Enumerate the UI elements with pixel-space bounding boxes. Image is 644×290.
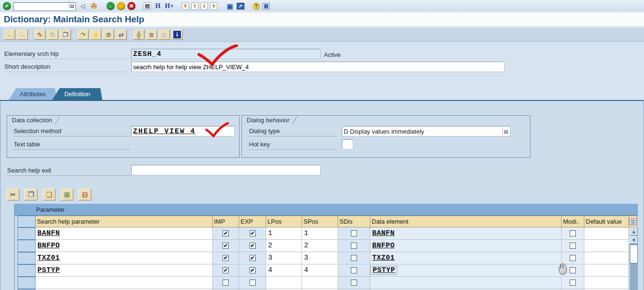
exp-checkbox[interactable]: ✔ bbox=[250, 243, 256, 249]
col-data-element[interactable]: Data element bbox=[370, 216, 562, 227]
selection-method-field[interactable]: ZHELP_VIEW_4 bbox=[131, 126, 235, 136]
spos-cell[interactable]: 2 bbox=[302, 240, 338, 252]
table-scrollbar[interactable]: ▲ ▼ bbox=[630, 227, 638, 290]
col-lpos[interactable]: LPos bbox=[266, 216, 302, 227]
display-change-button[interactable]: ✎ bbox=[34, 29, 45, 40]
command-history-icon[interactable]: ▤ bbox=[69, 3, 75, 9]
param-link[interactable]: TXZ01 bbox=[36, 254, 60, 262]
param-cell[interactable]: PSTYP bbox=[36, 264, 213, 277]
col-default-value[interactable]: Default value bbox=[584, 216, 629, 227]
short-description-input[interactable] bbox=[133, 62, 503, 72]
nav-back-button[interactable]: ← bbox=[4, 29, 15, 40]
test-button[interactable]: ⚙ bbox=[103, 29, 114, 40]
imp-checkbox[interactable]: ✔ bbox=[223, 267, 229, 273]
hierarchy-button[interactable]: ╬ bbox=[133, 29, 144, 40]
row-selector[interactable] bbox=[18, 277, 36, 289]
imp-checkbox[interactable]: ✔ bbox=[223, 243, 229, 249]
page-up-icon[interactable]: ⇑ bbox=[191, 2, 198, 10]
exp-checkbox[interactable] bbox=[250, 280, 256, 286]
short-description-field[interactable] bbox=[131, 62, 505, 72]
spos-cell[interactable]: 1 bbox=[302, 227, 338, 240]
default-value-cell[interactable] bbox=[584, 264, 629, 277]
param-link[interactable]: BANFN bbox=[36, 229, 60, 237]
hide-toolbar-icon[interactable]: ◁ bbox=[78, 1, 87, 11]
activate-button[interactable]: ⚡ bbox=[90, 29, 101, 40]
select-all-cell[interactable] bbox=[18, 216, 36, 227]
data-element-cell[interactable]: TXZ01 bbox=[370, 252, 562, 264]
find-icon[interactable]: H bbox=[153, 1, 162, 11]
exp-checkbox[interactable]: ✔ bbox=[250, 267, 256, 273]
exp-checkbox[interactable]: ✔ bbox=[250, 255, 256, 261]
modi-checkbox[interactable] bbox=[570, 267, 576, 273]
insert-row-button[interactable]: ⊞ bbox=[61, 189, 73, 200]
data-element-cell[interactable]: PSTYP bbox=[370, 264, 562, 277]
param-cell[interactable]: BNFPO bbox=[36, 240, 213, 252]
col-search-help-parameter[interactable]: Search help parameter bbox=[36, 216, 213, 227]
lpos-cell[interactable]: 4 bbox=[266, 264, 302, 277]
search-help-exit-input[interactable] bbox=[133, 165, 319, 175]
undo-button[interactable]: ↷ bbox=[77, 29, 89, 40]
page-down-icon[interactable]: ⇓ bbox=[201, 2, 208, 10]
spos-cell[interactable] bbox=[302, 277, 338, 289]
last-page-icon[interactable]: ⇟ bbox=[210, 2, 217, 10]
col-sdis[interactable]: SDis bbox=[338, 216, 370, 227]
save-icon[interactable]: ✇ bbox=[89, 1, 98, 11]
spos-cell[interactable]: 3 bbox=[302, 252, 338, 264]
help-icon[interactable]: ? bbox=[252, 2, 260, 10]
where-used-button[interactable]: ⇄ bbox=[116, 29, 127, 40]
col-imp[interactable]: IMP bbox=[213, 216, 239, 227]
data-element-cell[interactable] bbox=[370, 277, 562, 289]
delete-row-button[interactable]: ⊟ bbox=[79, 189, 91, 200]
data-element-cell[interactable]: BNFPO bbox=[370, 240, 562, 252]
lpos-cell[interactable] bbox=[266, 277, 302, 289]
sdis-checkbox[interactable] bbox=[351, 280, 357, 286]
create-shortcut-icon[interactable]: ↗ bbox=[237, 3, 244, 9]
modi-checkbox[interactable] bbox=[570, 280, 576, 286]
cancel-icon[interactable]: ✖ bbox=[127, 2, 135, 10]
first-page-icon[interactable]: ⇞ bbox=[182, 2, 189, 10]
table-view-button[interactable]: ▦ bbox=[159, 29, 170, 40]
print-icon[interactable]: ▤ bbox=[143, 2, 151, 9]
table-settings-icon[interactable]: ▥ bbox=[629, 218, 636, 225]
cut-button[interactable]: ✂ bbox=[7, 189, 19, 200]
col-exp[interactable]: EXP bbox=[239, 216, 266, 227]
lpos-cell[interactable]: 2 bbox=[266, 240, 302, 252]
paste-rows-button[interactable]: ❏ bbox=[43, 189, 55, 200]
row-selector[interactable] bbox=[18, 264, 36, 277]
scroll-up-button[interactable]: ▲ bbox=[630, 227, 638, 236]
default-value-cell[interactable] bbox=[584, 227, 629, 240]
default-value-cell[interactable] bbox=[584, 240, 629, 252]
dialog-type-dropdown[interactable]: D Display values immediately ▤ bbox=[342, 126, 510, 136]
param-cell[interactable]: BANFN bbox=[36, 227, 213, 240]
row-selector[interactable] bbox=[18, 240, 36, 252]
default-value-cell[interactable] bbox=[584, 252, 629, 264]
col-spos[interactable]: SPos bbox=[302, 216, 338, 227]
search-help-exit-field[interactable] bbox=[131, 165, 321, 175]
modi-checkbox[interactable] bbox=[570, 243, 576, 249]
sdis-checkbox[interactable] bbox=[351, 255, 357, 261]
row-selector[interactable] bbox=[18, 252, 36, 264]
exit-icon[interactable]: ↑ bbox=[117, 2, 125, 10]
tab-attributes[interactable]: Attributes bbox=[9, 88, 57, 100]
lpos-cell[interactable]: 1 bbox=[266, 227, 302, 240]
lpos-cell[interactable]: 3 bbox=[266, 252, 302, 264]
row-selector[interactable] bbox=[18, 227, 36, 240]
default-value-cell[interactable] bbox=[584, 277, 629, 289]
data-element-link-focused[interactable]: PSTYP bbox=[370, 266, 397, 275]
param-cell[interactable] bbox=[36, 277, 213, 289]
find-next-icon[interactable]: H+ bbox=[165, 1, 174, 11]
command-field[interactable]: ▤ bbox=[13, 2, 76, 10]
new-session-icon[interactable]: ▣ bbox=[225, 1, 234, 11]
data-element-link[interactable]: TXZ01 bbox=[370, 254, 395, 262]
table-settings-cell[interactable]: ▥ bbox=[629, 216, 637, 227]
info-button[interactable]: i bbox=[171, 29, 183, 40]
modi-checkbox[interactable] bbox=[570, 255, 576, 261]
back-icon[interactable]: ← bbox=[107, 2, 115, 10]
nav-forward-button[interactable]: → bbox=[17, 29, 28, 40]
hot-key-field[interactable] bbox=[342, 139, 353, 150]
data-element-link[interactable]: BNFPO bbox=[370, 242, 395, 250]
dropdown-icon[interactable]: ▤ bbox=[502, 128, 509, 135]
sdis-checkbox[interactable] bbox=[351, 267, 357, 273]
exp-checkbox[interactable]: ✔ bbox=[250, 230, 256, 236]
modi-checkbox[interactable] bbox=[570, 230, 576, 236]
